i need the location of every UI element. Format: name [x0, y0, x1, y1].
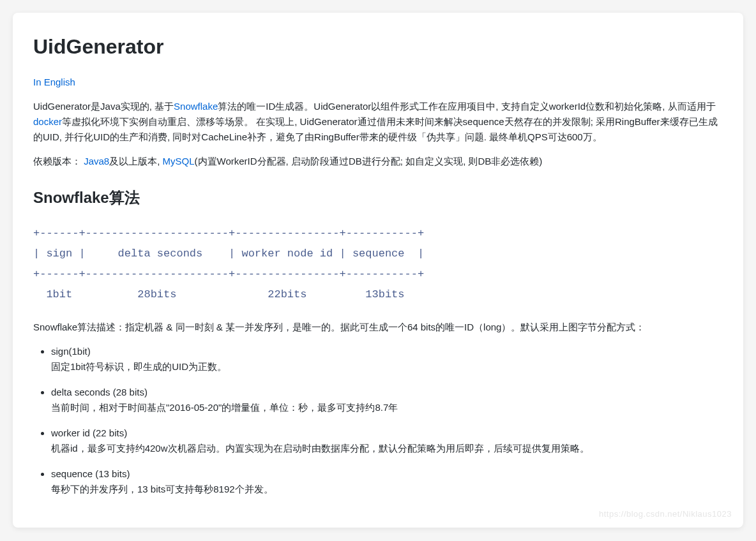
english-link-row: In English	[33, 75, 723, 90]
snowflake-link[interactable]: Snowflake	[174, 101, 218, 112]
in-english-link[interactable]: In English	[33, 77, 75, 87]
list-item: worker id (22 bits) 机器id，最多可支持约420w次机器启动…	[51, 426, 723, 456]
snowflake-bit-diagram: +------+----------------------+---------…	[33, 221, 723, 308]
section-heading-snowflake: Snowflake算法	[33, 186, 723, 210]
bit-title: sign(1bit)	[51, 344, 723, 359]
mysql-link[interactable]: MySQL	[163, 156, 195, 167]
bit-title: delta seconds (28 bits)	[51, 385, 723, 400]
algorithm-description: Snowflake算法描述：指定机器 & 同一时刻 & 某一并发序列，是唯一的。…	[33, 320, 723, 335]
list-item: sequence (13 bits) 每秒下的并发序列，13 bits可支持每秒…	[51, 466, 723, 497]
list-item: delta seconds (28 bits) 当前时间，相对于时间基点"201…	[51, 385, 723, 415]
watermark: https://blog.csdn.net/Niklaus1023	[599, 508, 732, 521]
bit-title: sequence (13 bits)	[51, 466, 723, 482]
bit-desc: 每秒下的并发序列，13 bits可支持每秒8192个并发。	[51, 482, 723, 497]
java8-link[interactable]: Java8	[84, 156, 109, 167]
deps-prefix: 依赖版本：	[33, 156, 81, 167]
bit-desc: 固定1bit符号标识，即生成的UID为正数。	[51, 359, 723, 374]
bit-field-list: sign(1bit) 固定1bit符号标识，即生成的UID为正数。 delta …	[33, 344, 723, 497]
intro-text-b: 算法的唯一ID生成器。UidGenerator以组件形式工作在应用项目中, 支持…	[218, 101, 715, 112]
bit-desc: 当前时间，相对于时间基点"2016-05-20"的增量值，单位：秒，最多可支持约…	[51, 400, 723, 415]
document-card: UidGenerator In English UidGenerator是Jav…	[13, 13, 743, 528]
intro-text-a: UidGenerator是Java实现的, 基于	[33, 101, 174, 112]
deps-after-java8: 及以上版本,	[109, 156, 162, 167]
bit-title: worker id (22 bits)	[51, 426, 723, 441]
bit-desc: 机器id，最多可支持约420w次机器启动。内置实现为在启动时由数据库分配，默认分…	[51, 441, 723, 456]
list-item: sign(1bit) 固定1bit符号标识，即生成的UID为正数。	[51, 344, 723, 374]
docker-link[interactable]: docker	[33, 116, 62, 127]
intro-text-c: 等虚拟化环境下实例自动重启、漂移等场景。 在实现上, UidGenerator通…	[33, 116, 718, 142]
intro-paragraph: UidGenerator是Java实现的, 基于Snowflake算法的唯一ID…	[33, 99, 723, 145]
dependencies-paragraph: 依赖版本： Java8及以上版本, MySQL(内置WorkerID分配器, 启…	[33, 154, 723, 169]
deps-after-mysql: (内置WorkerID分配器, 启动阶段通过DB进行分配; 如自定义实现, 则D…	[195, 156, 543, 167]
page-title: UidGenerator	[33, 31, 723, 63]
